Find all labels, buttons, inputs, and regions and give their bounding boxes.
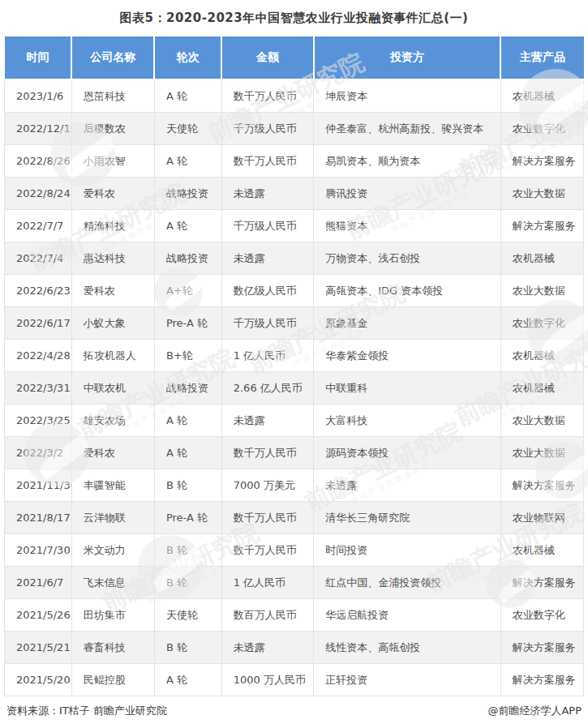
table-cell: 战略投资 <box>154 242 221 275</box>
table-cell: 后稷数农 <box>71 113 154 145</box>
table-cell: 2021/7/30 <box>5 534 72 567</box>
table-row: 2022/7/4惠达科技战略投资未透露万物资本、浅石创投农机器械 <box>5 242 584 275</box>
table-cell: 2022/3/31 <box>5 372 72 405</box>
table-cell: Pre-A 轮 <box>154 502 221 534</box>
source-note: 资料来源：IT桔子 前瞻产业研究院 <box>6 704 167 718</box>
table-cell: 千万级人民币 <box>221 307 314 340</box>
table-cell: B 轮 <box>154 469 221 502</box>
table-cell: 雄安农场 <box>71 405 154 437</box>
table-cell: 解决方案服务 <box>500 632 583 664</box>
table-cell: 1000 万人民币 <box>221 664 314 696</box>
table-cell: 7000 万美元 <box>221 469 314 502</box>
table-cell: 丰疆智能 <box>71 469 154 502</box>
table-cell: 农业物联网 <box>500 502 583 534</box>
table-cell: 解决方案服务 <box>500 664 583 696</box>
table-cell: 2022/8/24 <box>5 178 72 210</box>
table-row: 2022/7/7精渔科技A 轮千万级人民币熊猫资本解决方案服务 <box>5 210 584 242</box>
table-row: 2021/7/30米文动力B 轮数千万人民币时间投资农机器械 <box>5 534 584 567</box>
table-cell: 数千万人民币 <box>221 79 314 113</box>
table-cell: 惠达科技 <box>71 242 154 275</box>
table-cell: 2.66 亿人民币 <box>221 372 314 405</box>
table-cell: 农业数字化 <box>500 113 583 145</box>
table-cell: 2021/11/30 <box>5 469 72 502</box>
table-cell: 仲圣泰富、杭州高新投、骏兴资本 <box>314 113 501 145</box>
table-cell: 红点中国、金浦投资领投 <box>314 567 501 599</box>
table-cell: 坤辰资本 <box>314 79 501 113</box>
column-header: 公司名称 <box>71 36 154 79</box>
table-cell: 2022/12/15 <box>5 113 72 145</box>
table-cell: 农机器械 <box>500 534 583 567</box>
table-cell: 解决方案服务 <box>500 145 583 178</box>
table-cell: 华远启航投资 <box>314 599 501 632</box>
table-row: 2022/3/25雄安农场A 轮未透露大富科技农业大数据 <box>5 405 584 437</box>
table-cell: A 轮 <box>154 79 221 113</box>
table-cell: 2022/4/28 <box>5 340 72 372</box>
column-header: 金额 <box>221 36 314 79</box>
table-header-row: 时间公司名称轮次金额投资方主营产品 <box>5 36 584 79</box>
table-cell: 飞末信息 <box>71 567 154 599</box>
table-row: 2021/6/7飞末信息B 轮1 亿人民币红点中国、金浦投资领投解决方案服务 <box>5 567 584 599</box>
table-cell: 云洋物联 <box>71 502 154 534</box>
table-row: 2021/5/21睿畜科技B 轮未透露线性资本、高瓴创投解决方案服务 <box>5 632 584 664</box>
table-cell: 正轩投资 <box>314 664 501 696</box>
column-header: 投资方 <box>314 36 501 79</box>
table-row: 2022/3/31中联农机战略投资2.66 亿人民币中联重科农机器械 <box>5 372 584 405</box>
table-cell: 千万级人民币 <box>221 210 314 242</box>
table-cell: 农机器械 <box>500 372 583 405</box>
table-row: 2023/1/6恩茁科技A 轮数千万人民币坤辰资本农机器械 <box>5 79 584 113</box>
table-cell: 解决方案服务 <box>500 469 583 502</box>
table-cell: 拓攻机器人 <box>71 340 154 372</box>
table-cell: 2021/5/26 <box>5 599 72 632</box>
table-cell: A 轮 <box>154 145 221 178</box>
table-cell: 爱科农 <box>71 275 154 307</box>
table-cell: A 轮 <box>154 210 221 242</box>
footer: 资料来源：IT桔子 前瞻产业研究院 @前瞻经济学人APP <box>6 704 582 718</box>
table-cell: 数百万人民币 <box>221 599 314 632</box>
table-cell: 小雨农智 <box>71 145 154 178</box>
credit-note: @前瞻经济学人APP <box>487 704 582 718</box>
table-cell: 2021/5/20 <box>5 664 72 696</box>
table-cell: A+轮 <box>154 275 221 307</box>
table-cell: 2021/8/17 <box>5 502 72 534</box>
table-cell: 民鲲控股 <box>71 664 154 696</box>
table-cell: 战略投资 <box>154 178 221 210</box>
table-cell: 战略投资 <box>154 372 221 405</box>
table-cell: 原象基金 <box>314 307 501 340</box>
table-row: 2021/5/20民鲲控股A 轮1000 万人民币正轩投资解决方案服务 <box>5 664 584 696</box>
table-cell: A 轮 <box>154 405 221 437</box>
table-cell: B 轮 <box>154 567 221 599</box>
table-cell: 2022/6/23 <box>5 275 72 307</box>
table-row: 2021/8/17云洋物联Pre-A 轮数千万人民币清华长三角研究院农业物联网 <box>5 502 584 534</box>
table-cell: 大富科技 <box>314 405 501 437</box>
table-cell: 线性资本、高瓴创投 <box>314 632 501 664</box>
table-cell: 解决方案服务 <box>500 567 583 599</box>
column-header: 时间 <box>5 36 72 79</box>
table-cell: 未透露 <box>221 632 314 664</box>
table-cell: Pre-A 轮 <box>154 307 221 340</box>
table-cell: 农机器械 <box>500 242 583 275</box>
table-cell: 2022/7/7 <box>5 210 72 242</box>
table-cell: 1 亿人民币 <box>221 340 314 372</box>
table-cell: 2021/6/7 <box>5 567 72 599</box>
table-cell: 数千万人民币 <box>221 145 314 178</box>
table-cell: 2022/3/2 <box>5 437 72 469</box>
table-cell: 田坊集市 <box>71 599 154 632</box>
investment-table-wrap: 时间公司名称轮次金额投资方主营产品 2023/1/6恩茁科技A 轮数千万人民币坤… <box>4 36 584 696</box>
table-cell: 天使轮 <box>154 113 221 145</box>
table-body: 2023/1/6恩茁科技A 轮数千万人民币坤辰资本农机器械2022/12/15后… <box>5 79 584 696</box>
table-cell: 千万级人民币 <box>221 113 314 145</box>
page-title: 图表5：2020-2023年中国智慧农业行业投融资事件汇总(一) <box>0 0 588 26</box>
table-row: 2022/3/2爱科农A 轮数千万人民币源码资本领投农业大数据 <box>5 437 584 469</box>
table-cell: 高瓴资本、IDG 资本领投 <box>314 275 501 307</box>
table-row: 2021/11/30丰疆智能B 轮7000 万美元未透露解决方案服务 <box>5 469 584 502</box>
table-cell: 爱科农 <box>71 437 154 469</box>
table-row: 2022/8/26小雨农智A 轮数千万人民币易凯资本、顺为资本解决方案服务 <box>5 145 584 178</box>
table-cell: B 轮 <box>154 534 221 567</box>
table-cell: 2022/8/26 <box>5 145 72 178</box>
table-cell: 数千万人民币 <box>221 437 314 469</box>
table-row: 2021/5/26田坊集市天使轮数百万人民币华远启航投资农业数字化 <box>5 599 584 632</box>
column-header: 主营产品 <box>500 36 583 79</box>
table-cell: 易凯资本、顺为资本 <box>314 145 501 178</box>
table-cell: 精渔科技 <box>71 210 154 242</box>
table-row: 2022/6/23爱科农A+轮数亿级人民币高瓴资本、IDG 资本领投农业大数据 <box>5 275 584 307</box>
